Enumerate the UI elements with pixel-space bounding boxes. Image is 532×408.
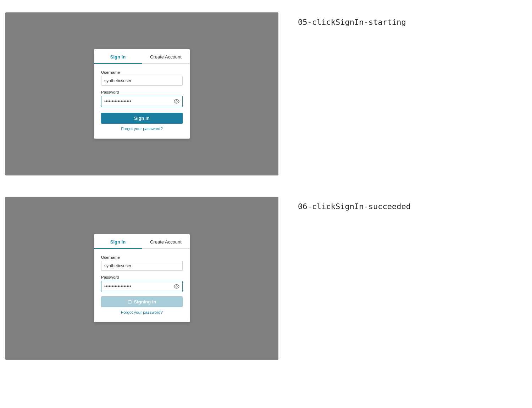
signin-button-2[interactable]: Signing in <box>101 296 183 307</box>
password-label-1: Password <box>101 90 183 94</box>
tabs-row-2: Sign In Create Account <box>94 234 190 249</box>
svg-point-1 <box>176 286 177 287</box>
password-wrapper-2 <box>101 281 183 292</box>
screenshot-label-2: 06-clickSignIn-succeeded <box>298 202 411 211</box>
label-area-1: 05-clickSignIn-starting <box>284 7 532 27</box>
password-group-1: Password <box>101 90 183 107</box>
screenshot-panel-2: Sign In Create Account Username Password <box>5 197 278 360</box>
password-group-2: Password <box>101 275 183 292</box>
tab-signin-1[interactable]: Sign In <box>94 49 142 63</box>
eye-toggle-1[interactable] <box>171 96 182 107</box>
signin-button-1[interactable]: Sign in <box>101 113 183 124</box>
tabs-row-1: Sign In Create Account <box>94 49 190 64</box>
spinner-icon <box>128 300 132 304</box>
tab-create-label-2: Create Account <box>150 239 182 245</box>
card-body-1: Username Password <box>94 64 190 139</box>
forgot-link-2[interactable]: Forgot your password? <box>101 310 183 314</box>
username-group-2: Username <box>101 255 183 271</box>
card-body-2: Username Password <box>94 249 190 322</box>
page-layout: Sign In Create Account Username Password <box>0 0 532 383</box>
username-group-1: Username <box>101 70 183 86</box>
username-input-2[interactable] <box>101 261 183 271</box>
label-area-2: 06-clickSignIn-succeeded <box>284 191 532 211</box>
tab-signin-2[interactable]: Sign In <box>94 234 142 248</box>
password-input-1[interactable] <box>101 97 171 106</box>
password-input-2[interactable] <box>101 282 171 291</box>
username-label-1: Username <box>101 70 183 74</box>
eye-icon-2 <box>174 284 179 289</box>
forgot-link-1[interactable]: Forgot your password? <box>101 127 183 131</box>
login-card-2: Sign In Create Account Username Password <box>94 234 190 322</box>
eye-icon-1 <box>174 99 179 104</box>
tab-signin-label-2: Sign In <box>110 239 126 245</box>
signin-loading-label-2: Signing in <box>134 299 156 304</box>
tab-create-label-1: Create Account <box>150 54 182 60</box>
screenshot-panel-1: Sign In Create Account Username Password <box>5 12 278 175</box>
username-input-1[interactable] <box>101 76 183 86</box>
tab-create-2[interactable]: Create Account <box>142 234 190 248</box>
screenshot-label-1: 05-clickSignIn-starting <box>298 18 406 27</box>
username-label-2: Username <box>101 255 183 259</box>
tab-signin-label-1: Sign In <box>110 54 126 60</box>
svg-point-0 <box>176 101 177 102</box>
screenshot-row-2: Sign In Create Account Username Password <box>0 191 532 365</box>
signin-button-label-1: Sign in <box>134 116 149 121</box>
tab-create-1[interactable]: Create Account <box>142 49 190 63</box>
password-wrapper-1 <box>101 96 183 107</box>
login-card-1: Sign In Create Account Username Password <box>94 49 190 139</box>
screenshot-row-1: Sign In Create Account Username Password <box>0 7 532 181</box>
password-label-2: Password <box>101 275 183 279</box>
eye-toggle-2[interactable] <box>171 281 182 292</box>
